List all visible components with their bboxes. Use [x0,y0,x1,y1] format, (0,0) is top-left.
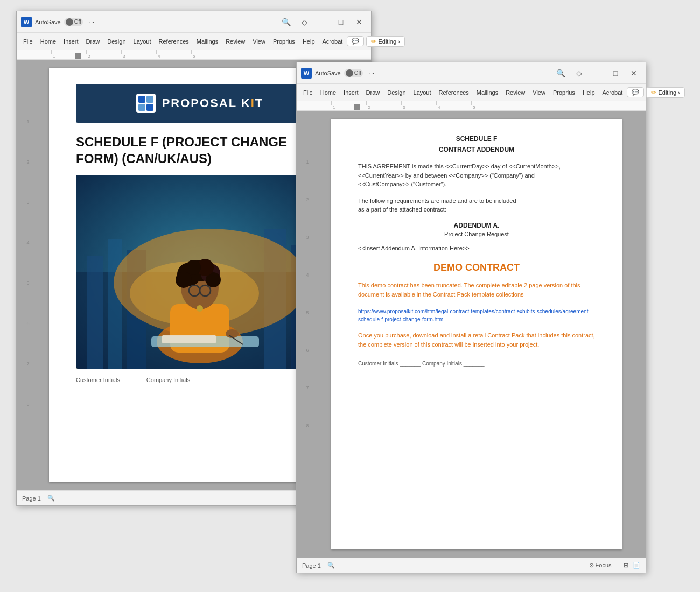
menu-prop-front[interactable]: Proprius [550,88,578,97]
doc-requirements-text: The following requirements are made and … [358,196,595,214]
doc-page-front: SCHEDULE F CONTRACT ADDENDUM THIS AGREEM… [331,119,622,549]
doc-addendum-subtitle: Project Change Request [358,231,595,237]
search-btn-front[interactable]: 🔍 [553,66,568,81]
svg-rect-3 [86,50,87,54]
svg-rect-44 [401,101,402,105]
menu-ref-front[interactable]: References [436,88,472,97]
svg-text:5: 5 [473,105,475,110]
maximize-btn-front[interactable]: □ [608,66,623,81]
menu-home-back[interactable]: Home [37,37,59,46]
comment-icon-front: 💬 [632,89,639,96]
demo-contract-text1: This demo contract has been truncated. T… [358,281,595,300]
editing-btn-back[interactable]: ✏ Editing › [366,36,404,47]
view-btn2-front[interactable]: ⊞ [624,562,628,569]
autosave-label-back: AutoSave [35,19,61,25]
cover-title-accent: I [251,96,255,110]
autosave-toggle-back[interactable]: Off [64,18,83,26]
search-btn-back[interactable]: 🔍 [278,15,293,30]
menu-insert-front[interactable]: Insert [340,88,362,97]
menu-review-back[interactable]: Review [222,37,248,46]
menu-file-back[interactable]: File [20,37,36,46]
menu-draw-back[interactable]: Draw [83,37,103,46]
menu-design-back[interactable]: Design [104,37,129,46]
menu-mail-front[interactable]: Mailings [473,88,501,97]
svg-rect-15 [108,239,122,369]
view-btn3-front[interactable]: 📄 [633,562,640,569]
menu-home-front[interactable]: Home [317,88,339,97]
page-indicator-front: Page 1 [302,562,321,569]
menu-bar-back: File Home Insert Draw Design Layout Refe… [17,33,371,50]
title-bar-back: W AutoSave Off ··· 🔍 ◇ — □ ✕ [17,11,371,33]
autosave-toggle-front[interactable]: Off [344,69,363,77]
ruler-svg-front: 1 2 3 4 5 [299,101,643,111]
doc-addendum-title: ADDENDUM A. [358,222,595,229]
menu-review-front[interactable]: Review [502,88,528,97]
more-options-back[interactable]: ··· [86,17,97,27]
view-btn1-front[interactable]: ≡ [616,562,619,569]
more-options-front[interactable]: ··· [366,68,377,78]
close-btn-front[interactable]: ✕ [626,66,641,81]
svg-rect-37 [162,335,216,343]
menu-insert-back[interactable]: Insert [60,37,82,46]
svg-text:1: 1 [333,105,335,110]
svg-rect-11 [75,53,81,59]
cover-image [76,175,324,369]
menu-draw-front[interactable]: Draw [363,88,383,97]
word-icon-back: W [21,17,32,27]
svg-text:1: 1 [53,54,55,59]
editing-btn-front[interactable]: ✏ Editing › [646,87,684,98]
editing-label-back: Editing [378,38,396,45]
svg-text:2: 2 [88,54,90,59]
svg-rect-50 [354,104,360,110]
toggle-knob-back [66,18,73,26]
menu-ref-back[interactable]: References [156,37,192,46]
focus-btn-front[interactable]: ⊙ Focus [589,562,612,569]
menu-file-front[interactable]: File [300,88,316,97]
maximize-btn-back[interactable]: □ [333,15,348,30]
svg-rect-48 [471,101,472,105]
menu-help-back[interactable]: Help [299,37,318,46]
comment-btn-back[interactable]: 💬 [347,36,364,46]
menu-help-front[interactable]: Help [579,88,598,97]
menu-mail-back[interactable]: Mailings [193,37,221,46]
demo-contract-link[interactable]: https://www.proposalkit.com/htm/legal-co… [358,307,595,323]
cover-title: PROPOSAL KIT [162,96,264,110]
svg-rect-46 [436,101,437,105]
title-bar-left-front: W AutoSave Off ··· [301,68,427,79]
status-bar-front: Page 1 🔍 ⊙ Focus ≡ ⊞ 📄 [297,558,646,573]
logo-sq4 [146,104,153,111]
svg-rect-5 [121,50,122,54]
menu-design-front[interactable]: Design [384,88,409,97]
diamond-btn-front[interactable]: ◇ [571,66,586,81]
diamond-btn-back[interactable]: ◇ [297,15,312,30]
cover-heading: SCHEDULE F (PROJECT CHANGE FORM) (CAN/UK… [76,133,324,167]
ruler-svg-back: 1 2 3 4 5 [19,50,369,60]
menu-layout-front[interactable]: Layout [410,88,435,97]
doc-area-inner-front: SCHEDULE F CONTRACT ADDENDUM THIS AGREEM… [313,119,640,549]
menu-acrobat-front[interactable]: Acrobat [599,88,626,97]
menu-prop-back[interactable]: Proprius [270,37,298,46]
editing-chevron-front: › [678,89,680,96]
close-btn-back[interactable]: ✕ [352,15,367,30]
status-icon1-front[interactable]: 🔍 [327,562,335,569]
toggle-text-front: Off [354,70,361,76]
menu-view-back[interactable]: View [249,37,269,46]
autosave-label-front: AutoSave [315,70,341,76]
menu-layout-back[interactable]: Layout [130,37,155,46]
status-bar-right-front: ⊙ Focus ≡ ⊞ 📄 [589,562,640,569]
menu-acrobat-back[interactable]: Acrobat [319,37,346,46]
page-indicator-back: Page 1 [22,495,41,502]
ruler-front: 1 2 3 4 5 [297,101,646,111]
minimize-btn-front[interactable]: — [590,66,605,81]
minimize-btn-back[interactable]: — [315,15,330,30]
demo-contract-title: DEMO CONTRACT [358,262,595,273]
svg-rect-42 [366,101,367,105]
comment-btn-front[interactable]: 💬 [627,87,644,97]
svg-point-38 [197,305,203,312]
doc-agreement-text: THIS AGREEMENT is made this <<CurrentDay… [358,162,595,189]
logo-sq2 [146,96,153,103]
logo-sq1 [138,96,145,103]
ruler-back: 1 2 3 4 5 [17,50,371,60]
status-icon1-back[interactable]: 🔍 [47,495,55,502]
menu-view-front[interactable]: View [529,88,549,97]
